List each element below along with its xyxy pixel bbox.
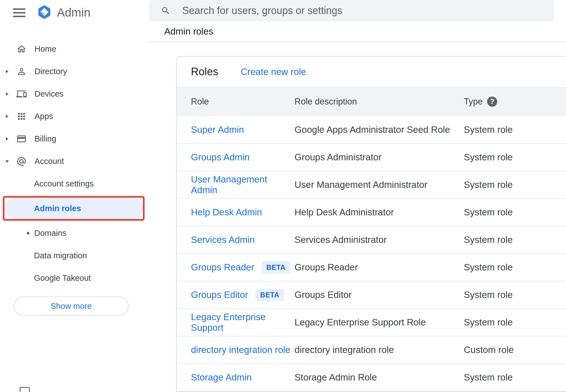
role-link[interactable]: Legacy Enterprise Support	[191, 312, 295, 333]
role-link[interactable]: User Management Admin	[191, 174, 295, 195]
table-header-row: Role Role description Type ?	[177, 87, 566, 116]
role-description: Groups Editor	[295, 290, 464, 300]
role-type: Custom role	[464, 345, 566, 355]
expand-arrow-icon[interactable]	[5, 114, 16, 118]
sidebar-subitem-label: Admin roles	[34, 204, 81, 213]
sidebar-item-devices[interactable]: Devices	[0, 83, 149, 105]
content-area: Roles Create new role Role Role descript…	[149, 42, 566, 392]
role-link[interactable]: Groups Editor	[191, 290, 248, 300]
sidebar-item-google-takeout[interactable]: Google Takeout	[0, 267, 149, 289]
at-sign-icon	[16, 156, 27, 167]
hamburger-menu-icon[interactable]	[13, 8, 26, 17]
panel-title: Roles	[191, 66, 218, 78]
role-link[interactable]: Groups Admin	[191, 152, 250, 163]
sidebar-subitem-label: Google Takeout	[34, 274, 91, 283]
role-description: Services Administrator	[295, 234, 464, 245]
table-row: User Management Admin User Management Ad…	[177, 171, 566, 199]
column-header-type-label: Type	[464, 97, 483, 107]
column-header-description: Role description	[295, 97, 464, 107]
breadcrumb: Admin roles	[149, 21, 566, 42]
table-row: Super Admin Google Apps Administrator Se…	[177, 116, 566, 144]
collapse-arrow-icon[interactable]	[5, 159, 16, 163]
apps-grid-icon	[16, 111, 27, 122]
expand-arrow-icon[interactable]	[5, 69, 16, 74]
role-description: directory integration role	[295, 345, 464, 355]
roles-card: Roles Create new role Role Role descript…	[176, 56, 566, 392]
role-type: System role	[464, 124, 566, 135]
sidebar-item-billing[interactable]: Billing	[0, 127, 149, 150]
role-type: System role	[464, 152, 566, 163]
sidebar-item-label: Devices	[35, 89, 63, 99]
sidebar-item-domains[interactable]: Domains	[0, 222, 149, 244]
home-icon	[16, 44, 27, 54]
role-link[interactable]: Super Admin	[191, 124, 244, 135]
devices-icon	[16, 89, 27, 99]
role-description: Groups Reader	[295, 262, 464, 273]
role-link[interactable]: Services Admin	[191, 234, 255, 245]
table-row: Help Desk Admin Help Desk Administrator …	[177, 199, 566, 226]
role-description: User Management Administrator	[295, 179, 464, 190]
role-description: Groups Administrator	[295, 152, 464, 163]
beta-badge: BETA	[262, 261, 290, 274]
sidebar-subitem-label: Account settings	[34, 179, 94, 188]
role-description: Storage Admin Role	[295, 372, 464, 383]
sidebar-item-directory[interactable]: Directory	[0, 60, 149, 83]
sidebar-item-label: Billing	[35, 134, 56, 143]
admin-logo-icon	[36, 4, 53, 21]
expand-arrow-icon[interactable]	[5, 137, 16, 141]
show-more-label: Show more	[51, 302, 92, 311]
app-title: Admin	[57, 6, 90, 19]
sidebar-item-label: Home	[35, 44, 56, 54]
logo-row: Admin	[0, 0, 149, 25]
main-area: Search for users, groups or settings Adm…	[149, 0, 566, 392]
beta-badge: BETA	[255, 289, 284, 301]
role-link[interactable]: directory integration role	[191, 345, 290, 355]
search-input[interactable]: Search for users, groups or settings	[149, 0, 554, 21]
column-header-type: Type ?	[464, 97, 566, 107]
person-icon	[16, 66, 27, 77]
expand-arrow-icon[interactable]	[26, 231, 31, 235]
table-row: Storage Admin Storage Admin Role System …	[177, 364, 566, 391]
table-row: Groups ReaderBETA Groups Reader System r…	[177, 254, 566, 281]
clipped-device-icon	[20, 387, 30, 392]
sidebar-item-label: Directory	[35, 67, 67, 76]
expand-arrow-icon[interactable]	[5, 92, 16, 96]
create-new-role-link[interactable]: Create new role	[241, 67, 306, 77]
annotation-highlight-box: Admin roles	[3, 196, 145, 221]
table-row: Groups EditorBETA Groups Editor System r…	[177, 281, 566, 309]
roles-card-header: Roles Create new role	[177, 57, 566, 87]
role-description: Help Desk Administrator	[295, 207, 464, 218]
sidebar-item-data-migration[interactable]: Data migration	[0, 244, 149, 267]
sidebar-subitem-label: Data migration	[34, 251, 87, 260]
credit-card-icon	[16, 134, 27, 144]
sidebar-item-account-settings[interactable]: Account settings	[0, 172, 149, 195]
admin-console: Admin Home Directory	[0, 0, 566, 392]
sidebar-item-admin-roles[interactable]: Admin roles	[4, 198, 143, 219]
table-row: Legacy Enterprise Support Legacy Enterpr…	[177, 309, 566, 336]
role-type: System role	[464, 179, 566, 190]
sidebar-item-label: Apps	[35, 112, 53, 121]
role-type: System role	[464, 207, 566, 218]
show-more-button[interactable]: Show more	[14, 297, 129, 316]
role-link[interactable]: Storage Admin	[191, 372, 252, 383]
role-type: System role	[464, 290, 566, 300]
role-type: System role	[464, 262, 566, 273]
help-icon[interactable]: ?	[487, 97, 497, 107]
admin-logo[interactable]: Admin	[36, 4, 90, 21]
sidebar-item-label: Account	[35, 157, 64, 166]
search-icon	[161, 6, 170, 15]
table-row: Services Admin Services Administrator Sy…	[177, 226, 566, 254]
sidebar-item-account[interactable]: Account	[0, 150, 149, 172]
role-type: System role	[464, 372, 566, 383]
role-link[interactable]: Help Desk Admin	[191, 207, 262, 218]
sidebar-item-apps[interactable]: Apps	[0, 105, 149, 127]
role-type: System role	[464, 234, 566, 245]
column-header-role: Role	[191, 97, 295, 107]
sidebar-item-home[interactable]: Home	[0, 38, 149, 60]
role-type: System role	[464, 317, 566, 328]
table-row: directory integration role directory int…	[177, 336, 566, 364]
table-row: Groups Admin Groups Administrator System…	[177, 144, 566, 171]
role-description: Google Apps Administrator Seed Role	[295, 124, 464, 135]
sidebar: Admin Home Directory	[0, 0, 149, 392]
role-link[interactable]: Groups Reader	[191, 262, 254, 273]
